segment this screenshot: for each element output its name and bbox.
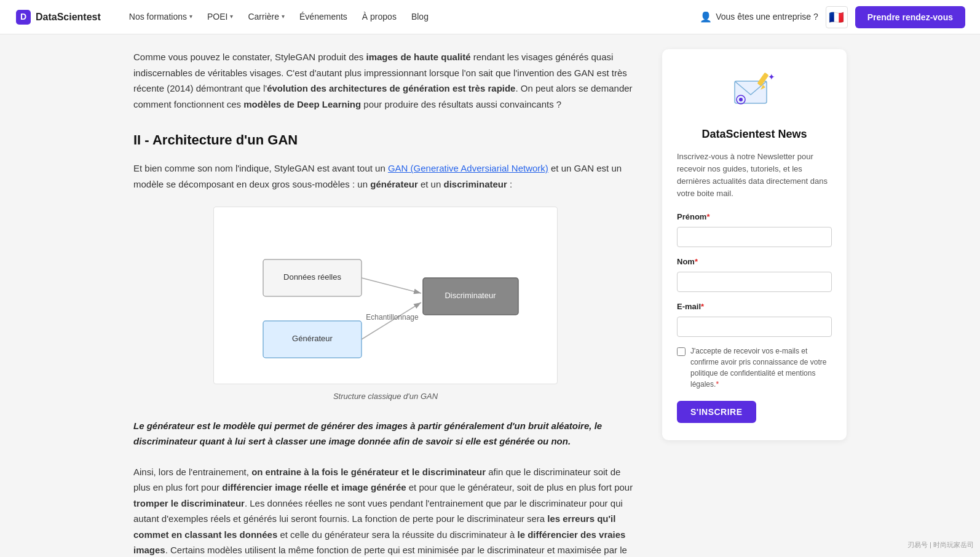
language-flag-button[interactable]: 🇫🇷 — [826, 6, 848, 28]
article-content: Comme vous pouvez le constater, StyleGAN… — [133, 49, 638, 557]
newsletter-title: DataScientest News — [677, 125, 832, 143]
nav-link-carriere[interactable]: Carrière ▾ — [242, 6, 291, 27]
newsletter-description: Inscrivez-vous à notre Newsletter pour r… — [677, 151, 832, 200]
discriminateur-label: Discriminateur — [445, 291, 496, 301]
gan-diagram: Données réelles Générateur Discriminateu… — [239, 219, 534, 367]
svg-point-13 — [739, 98, 743, 101]
nav-link-formations[interactable]: Nos formations ▾ — [123, 6, 199, 27]
sidebar: ✦ DataScientest News Inscrivez-vous à no… — [662, 49, 847, 440]
email-input[interactable] — [677, 317, 832, 337]
newsletter-icon: ✦ — [730, 66, 779, 116]
enterprise-icon: 👤 — [700, 9, 712, 25]
nom-label: Nom* — [677, 256, 832, 269]
nav-links: Nos formations ▾ POEI ▾ Carrière ▾ Événe… — [123, 6, 700, 27]
echantillonnage-label: Echantillonnage — [366, 313, 419, 322]
logo-text: DataScientest — [36, 9, 101, 25]
diagram-caption: Structure classique d'un GAN — [333, 390, 438, 403]
gan-link[interactable]: GAN (Generative Adversiarial Network) — [388, 163, 548, 173]
diagram-svg-wrap: Données réelles Générateur Discriminateu… — [213, 207, 558, 384]
diagram-container: Données réelles Générateur Discriminateu… — [133, 207, 638, 403]
page-container: Comme vous pouvez le constater, StyleGAN… — [121, 34, 859, 557]
nav-link-apropos[interactable]: À propos — [356, 6, 403, 27]
watermark: 刃易号 | 时尚玩家岳司 — [907, 540, 974, 551]
svg-text:D: D — [20, 12, 26, 22]
nav-link-poei[interactable]: POEI ▾ — [201, 6, 239, 27]
nav-link-blog[interactable]: Blog — [405, 6, 435, 27]
main-nav: D DataScientest Nos formations ▾ POEI ▾ … — [0, 0, 980, 34]
prenom-label: Prénom* — [677, 211, 832, 224]
chevron-down-icon: ▾ — [282, 12, 285, 22]
donnees-label: Données réelles — [283, 273, 341, 282]
svg-line-6 — [362, 278, 421, 293]
consent-row: J'accepte de recevoir vos e-mails et con… — [677, 346, 832, 390]
section-intro-para: Et bien comme son nom l'indique, StyleGA… — [133, 160, 638, 192]
newsletter-card: ✦ DataScientest News Inscrivez-vous à no… — [662, 49, 847, 440]
generateur-label: Générateur — [292, 334, 333, 344]
nav-link-evenements[interactable]: Événements — [293, 6, 354, 27]
subscribe-button[interactable]: S'INSCRIRE — [677, 401, 756, 423]
chevron-down-icon: ▾ — [189, 12, 192, 22]
consent-label: J'accepte de recevoir vos e-mails et con… — [690, 346, 832, 390]
block-quote: Le générateur est le modèle qui permet d… — [133, 418, 638, 449]
section-heading: II - Architecture d'un GAN — [133, 129, 638, 151]
email-label: E-mail* — [677, 301, 832, 314]
logo[interactable]: D DataScientest — [15, 9, 101, 26]
consent-checkbox[interactable] — [677, 347, 686, 356]
nav-right: 👤 Vous êtes une entreprise ? 🇫🇷 Prendre … — [700, 6, 965, 28]
enterprise-link[interactable]: 👤 Vous êtes une entreprise ? — [700, 9, 818, 25]
newsletter-icon-wrap: ✦ — [677, 66, 832, 116]
cta-button[interactable]: Prendre rendez-vous — [855, 6, 965, 28]
article-intro: Comme vous pouvez le constater, StyleGAN… — [133, 49, 638, 112]
logo-icon: D — [15, 9, 32, 26]
chevron-down-icon: ▾ — [230, 12, 233, 22]
nom-input[interactable] — [677, 272, 832, 292]
svg-text:✦: ✦ — [768, 72, 775, 82]
prenom-input[interactable] — [677, 227, 832, 247]
article-bottom-para: Ainsi, lors de l'entrainement, on entrai… — [133, 464, 638, 557]
